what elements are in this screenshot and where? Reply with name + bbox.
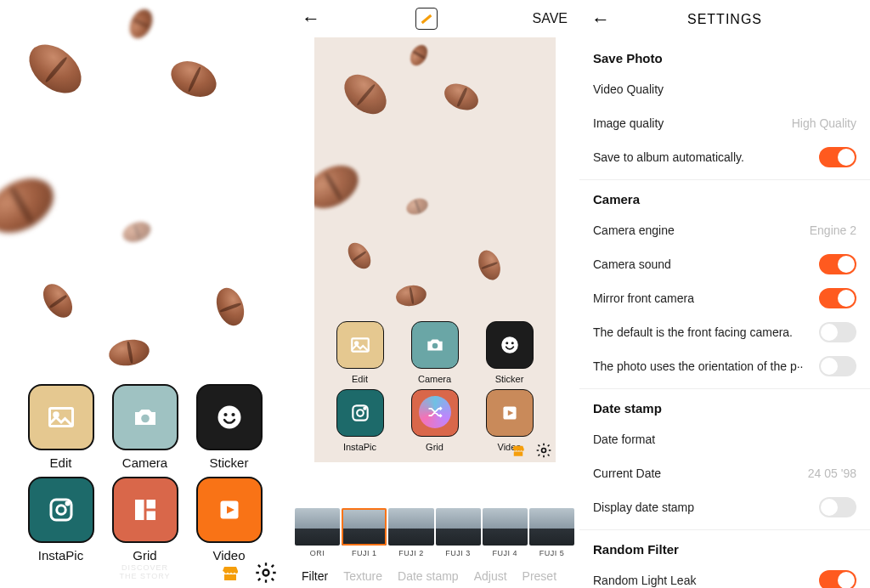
tile-video[interactable]: Video — [196, 477, 263, 563]
camera-icon — [130, 402, 161, 433]
svg-point-16 — [432, 343, 438, 349]
svg-point-17 — [501, 336, 518, 353]
tile-edit[interactable]: Edit — [28, 384, 94, 470]
store-icon[interactable] — [218, 563, 242, 583]
svg-point-7 — [56, 506, 65, 515]
editor-panel: ← SAVE Edit Camera Sticker — [290, 0, 579, 588]
section-save-photo: Save Photo — [593, 51, 856, 65]
mini-tile-instapic[interactable]: InstaPic — [336, 389, 384, 452]
row-video-quality[interactable]: Video Quality — [593, 72, 856, 106]
row-default-front: The default is the front facing camera. — [593, 315, 856, 349]
store-icon[interactable] — [510, 443, 527, 458]
filter-thumbnails: ORI FUJI 1 FUJI 2 FUJI 3 FUJI 4 FUJI 5 — [290, 508, 579, 557]
gear-icon[interactable] — [254, 561, 278, 585]
row-camera-sound: Camera sound — [593, 247, 856, 281]
svg-point-27 — [541, 449, 545, 453]
tile-sticker[interactable]: Sticker — [196, 384, 263, 470]
settings-panel: ← SETTINGS Save Photo Video Quality Imag… — [579, 0, 870, 588]
save-button[interactable]: SAVE — [533, 11, 568, 26]
tab-texture[interactable]: Texture — [343, 569, 382, 583]
svg-point-5 — [231, 413, 234, 416]
canvas-tool-grid: Edit Camera Sticker InstaPic Grid Video — [314, 321, 556, 452]
svg-point-21 — [357, 410, 364, 416]
filter-fuji3[interactable]: FUJI 3 — [436, 508, 481, 557]
back-icon[interactable]: ← — [591, 8, 610, 31]
tile-edit-label: Edit — [50, 455, 72, 470]
toggle-default-front[interactable] — [819, 322, 856, 342]
toggle-camera-sound[interactable] — [819, 254, 856, 274]
play-icon — [499, 402, 521, 424]
section-date-stamp: Date stamp — [593, 401, 856, 416]
shuffle-icon — [427, 404, 443, 421]
edit-canvas[interactable]: Edit Camera Sticker InstaPic Grid Video — [314, 37, 556, 462]
back-icon[interactable]: ← — [302, 8, 320, 30]
svg-point-18 — [506, 342, 508, 344]
tile-instapic-label: InstaPic — [38, 548, 83, 563]
row-image-quality[interactable]: Image qualityHigh Quality — [593, 106, 856, 140]
emoji-icon — [214, 402, 245, 433]
play-icon — [214, 495, 245, 525]
filter-ori[interactable]: ORI — [295, 508, 340, 557]
svg-point-4 — [223, 413, 227, 416]
svg-rect-11 — [146, 512, 155, 521]
filter-fuji4[interactable]: FUJI 4 — [483, 508, 528, 557]
toggle-mirror-front[interactable] — [819, 288, 856, 308]
tab-datestamp[interactable]: Date stamp — [398, 569, 459, 583]
tile-sticker-label: Sticker — [210, 455, 249, 470]
tile-grid[interactable]: Grid — [112, 477, 178, 563]
main-tool-grid: Edit Camera Sticker InstaPic Grid — [0, 384, 290, 563]
row-light-leak: Random Light Leak — [593, 563, 856, 588]
shuffle-button[interactable] — [419, 396, 451, 428]
tile-camera[interactable]: Camera — [112, 384, 178, 470]
emoji-icon — [499, 334, 521, 356]
toggle-auto-save[interactable] — [819, 147, 856, 167]
mini-tile-camera[interactable]: Camera — [411, 321, 459, 384]
mini-tile-sticker[interactable]: Sticker — [486, 321, 534, 384]
gear-icon[interactable] — [535, 442, 552, 459]
image-icon — [46, 402, 76, 433]
row-date-format[interactable]: Date format — [593, 422, 856, 456]
instagram-icon — [349, 402, 371, 424]
tile-instapic[interactable]: InstaPic — [28, 477, 94, 563]
editor-tabs: Filter Texture Date stamp Adjust Preset — [290, 569, 579, 583]
svg-point-3 — [218, 406, 240, 429]
svg-point-19 — [511, 342, 513, 344]
toggle-display-stamp[interactable] — [819, 497, 856, 517]
tile-camera-label: Camera — [122, 455, 167, 470]
watermark-stamp: DISCOVER THE STORY — [116, 557, 175, 586]
tab-preset[interactable]: Preset — [523, 569, 556, 583]
section-camera: Camera — [593, 192, 856, 206]
instagram-icon — [46, 495, 76, 525]
filter-fuji1[interactable]: FUJI 1 — [342, 508, 387, 557]
tab-adjust[interactable]: Adjust — [474, 569, 507, 583]
filter-fuji2[interactable]: FUJI 2 — [388, 508, 433, 557]
collage-icon — [130, 495, 161, 525]
filter-fuji5[interactable]: FUJI 5 — [529, 508, 574, 557]
crop-button[interactable] — [415, 8, 438, 30]
mini-tile-edit[interactable]: Edit — [336, 321, 384, 384]
image-icon — [349, 334, 371, 356]
svg-point-13 — [263, 570, 269, 576]
svg-point-8 — [66, 502, 69, 505]
toggle-orientation[interactable] — [819, 356, 856, 376]
row-display-stamp: Display date stamp — [593, 490, 856, 524]
row-orientation: The photo uses the orientation of the p·… — [593, 349, 856, 383]
settings-title: SETTINGS — [687, 12, 762, 27]
section-random-filter: Random Filter — [593, 542, 856, 557]
tab-filter[interactable]: Filter — [302, 569, 328, 583]
row-camera-engine[interactable]: Camera engineEngine 2 — [593, 213, 856, 247]
row-current-date[interactable]: Current Date24 05 '98 — [593, 456, 856, 490]
home-panel: Edit Camera Sticker InstaPic Grid — [0, 0, 290, 588]
svg-point-2 — [141, 415, 150, 423]
toggle-light-leak[interactable] — [819, 570, 856, 588]
row-auto-save: Save to album automatically. — [593, 140, 856, 174]
camera-icon — [424, 334, 446, 356]
svg-rect-10 — [146, 500, 155, 509]
svg-rect-9 — [135, 500, 144, 520]
svg-point-22 — [364, 408, 365, 410]
row-mirror-front: Mirror front camera — [593, 281, 856, 315]
